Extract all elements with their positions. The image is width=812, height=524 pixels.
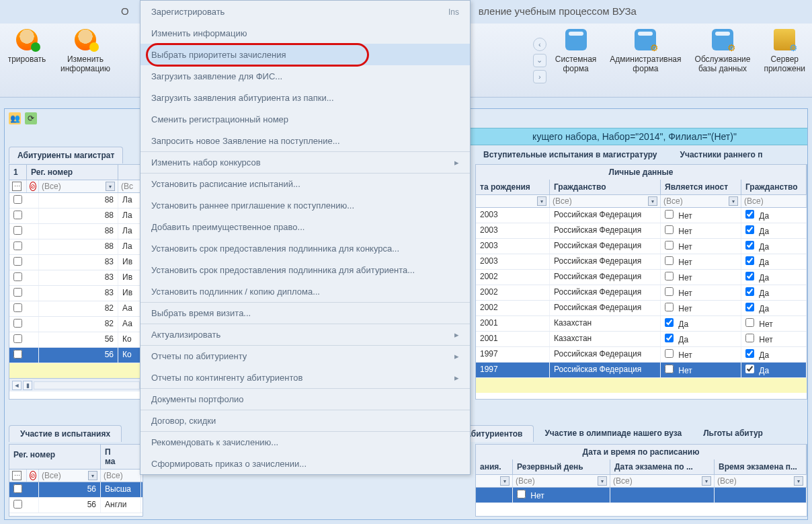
table-row[interactable]: Нет [476, 488, 807, 503]
foreign-checkbox[interactable] [665, 334, 674, 342]
refresh-icon[interactable]: ⟳ [25, 112, 37, 124]
register-button[interactable]: трировать [0, 24, 54, 97]
citizen2-checkbox[interactable] [745, 365, 754, 373]
col-reg-no[interactable]: Рег. номер [9, 445, 101, 469]
tab-olympiad[interactable]: Участие в олимпиаде нашего вуза [534, 425, 692, 442]
app-server-button[interactable]: Серверприложени [757, 24, 812, 97]
table-row[interactable]: 2003Российская Федерация Нет Да [476, 254, 807, 270]
menu-item[interactable]: Установить срок предоставления подлинник… [140, 259, 470, 280]
col-citizen2[interactable]: Гражданство [741, 180, 807, 194]
table-row[interactable]: 2001Казахстан Да Нет [476, 332, 807, 347]
menu-item[interactable]: Рекомендовать к зачислению... [140, 431, 470, 453]
menu-item[interactable]: Актуализировать▸ [140, 324, 470, 345]
reserve-checkbox[interactable] [517, 490, 526, 498]
menu-item[interactable]: Установить расписание испытаний... [140, 173, 470, 194]
citizen2-checkbox[interactable] [745, 334, 754, 342]
col-c1[interactable]: ания. [476, 459, 513, 474]
table-row[interactable]: 56Высша [9, 482, 143, 498]
scroll-handle[interactable]: ▮ [23, 381, 32, 390]
col-exam-time[interactable]: Время экзамена п... [715, 459, 807, 474]
dropdown-icon[interactable]: ▾ [88, 471, 97, 480]
menu-item[interactable]: Изменить информацию [140, 22, 470, 44]
dropdown-icon[interactable]: ▾ [794, 476, 803, 486]
menu-item[interactable]: Отчеты по абитуриенту▸ [140, 345, 470, 367]
col-reg-no[interactable]: Рег. номер [27, 165, 118, 180]
menu-item[interactable]: Выбрать время визита... [140, 302, 470, 324]
table-row[interactable]: 56Ко [9, 332, 143, 348]
filter-icon[interactable]: ⋯ [12, 471, 22, 480]
foreign-checkbox[interactable] [665, 225, 674, 234]
table-row[interactable]: 56Ко [9, 348, 143, 363]
menu-item[interactable]: Загрузить заявления абитуриента из папки… [140, 87, 470, 108]
table-row[interactable]: 83Ив [9, 286, 143, 301]
dropdown-icon[interactable]: ▾ [598, 476, 607, 486]
tab-exam-participation[interactable]: Участие в испытаниях [9, 425, 122, 442]
col-name[interactable] [118, 165, 143, 180]
tab-benefits[interactable]: Льготы абитур [692, 425, 774, 442]
col-p[interactable]: Пма [101, 445, 141, 469]
table-row[interactable]: 2002Российская Федерация Нет Да [476, 270, 807, 285]
row-checkbox[interactable] [13, 334, 22, 343]
table-row[interactable]: 2002Российская Федерация Нет Да [476, 301, 807, 316]
foreign-checkbox[interactable] [665, 303, 674, 311]
menu-item[interactable]: Сформировать приказ о зачислении... [140, 453, 470, 474]
menu-item[interactable]: Установить раннее приглашение к поступле… [140, 194, 470, 216]
menu-item[interactable]: Установить подлинник / копию диплома... [140, 280, 470, 302]
citizen2-checkbox[interactable] [745, 318, 754, 327]
dropdown-icon[interactable]: ▾ [729, 196, 738, 206]
row-checkbox[interactable] [13, 195, 22, 204]
menu-item[interactable]: Добавить преимущественное право... [140, 216, 470, 237]
dropdown-icon[interactable]: ▾ [648, 196, 657, 206]
row-checkbox[interactable] [13, 303, 22, 312]
citizen2-checkbox[interactable] [745, 241, 754, 250]
foreign-checkbox[interactable] [665, 210, 674, 219]
menu-item[interactable]: Загрузить заявление для ФИС... [140, 65, 470, 87]
menu-item[interactable]: ЗарегистрироватьIns [140, 1, 470, 22]
admin-form-button[interactable]: Административнаяформа [603, 24, 688, 97]
row-checkbox[interactable] [13, 272, 22, 281]
dropdown-icon[interactable]: ▾ [106, 182, 115, 191]
foreign-checkbox[interactable] [665, 287, 674, 296]
col-idx[interactable]: 1 [9, 165, 27, 180]
table-row[interactable]: 2001Казахстан Да Нет [476, 316, 807, 332]
row-checkbox[interactable] [13, 257, 22, 266]
table-row[interactable]: 83Ив [9, 255, 143, 270]
scroll-left-icon[interactable]: ◄ [12, 381, 22, 390]
col-citizenship[interactable]: Гражданство [550, 180, 661, 194]
table-row[interactable]: 88Ла [9, 209, 143, 224]
row-checkbox[interactable] [13, 319, 22, 328]
col-reserve[interactable]: Резервный день [513, 459, 610, 474]
table-row[interactable]: 2002Российская Федерация Нет Да [476, 285, 807, 301]
foreign-checkbox[interactable] [665, 256, 674, 265]
filter-icon[interactable]: ⋯ [12, 182, 22, 191]
citizen2-checkbox[interactable] [745, 272, 754, 280]
table-row[interactable]: 88Ла [9, 193, 143, 209]
citizen2-checkbox[interactable] [745, 210, 754, 219]
row-checkbox[interactable] [13, 500, 22, 509]
citizen2-checkbox[interactable] [745, 256, 754, 265]
clear-filter-icon[interactable]: ⊘ [30, 182, 36, 191]
foreign-checkbox[interactable] [665, 365, 674, 373]
tab-applicants[interactable]: Абитуриенты магистрат [9, 147, 123, 163]
foreign-checkbox[interactable] [665, 318, 674, 327]
citizen2-checkbox[interactable] [745, 225, 754, 234]
tab-early[interactable]: Участники раннего п [672, 147, 771, 163]
table-row[interactable]: 88Ла [9, 224, 143, 239]
menu-item[interactable]: Установить срок предоставления подлинник… [140, 237, 470, 259]
dropdown-icon[interactable]: ▾ [500, 476, 510, 486]
foreign-checkbox[interactable] [665, 349, 674, 358]
table-row[interactable]: 82Аа [9, 301, 143, 317]
system-form-button[interactable]: Системнаяформа [549, 24, 603, 97]
tab-exams[interactable]: Вступительные испытания в магистратуру [475, 147, 665, 163]
edit-info-button[interactable]: Изменитьинформацию [54, 24, 117, 97]
table-row[interactable]: 1997Российская Федерация Нет Да [476, 347, 807, 363]
scroll-track[interactable] [34, 381, 140, 389]
foreign-checkbox[interactable] [665, 272, 674, 280]
table-row[interactable]: 2003Российская Федерация Нет Да [476, 208, 807, 223]
row-checkbox[interactable] [13, 241, 22, 250]
chevron-down-icon[interactable]: ⌄ [533, 54, 546, 67]
col-birthdate[interactable]: та рождения [476, 180, 550, 194]
citizen2-checkbox[interactable] [745, 303, 754, 311]
users-icon[interactable]: 👥 [9, 112, 21, 124]
db-maintenance-button[interactable]: Обслуживаниебазы данных [688, 24, 758, 97]
